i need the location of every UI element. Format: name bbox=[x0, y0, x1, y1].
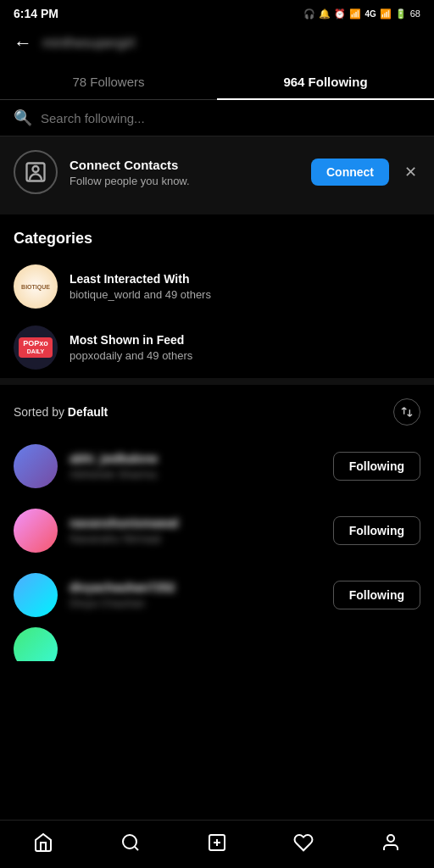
following-button[interactable]: Following bbox=[333, 516, 420, 545]
notification-icon: 🔔 bbox=[319, 8, 331, 19]
search-bar: 🔍 bbox=[0, 100, 434, 136]
cat-least-sub: biotique_world and 49 others bbox=[70, 288, 211, 301]
sorted-by-row: Sorted by Default bbox=[0, 385, 434, 434]
divider-2 bbox=[0, 378, 434, 385]
nav-search[interactable] bbox=[110, 829, 151, 856]
bottom-nav bbox=[0, 820, 434, 868]
list-item-partial bbox=[0, 627, 434, 661]
user-handle: navanshunismawal bbox=[70, 516, 321, 530]
user-name: Divya Chauhan bbox=[70, 597, 321, 609]
user-info: navanshunismawal Navanahu Nirmaal bbox=[70, 516, 321, 545]
avatar bbox=[14, 509, 58, 553]
list-item: divyachauhan7252 Divya Chauhan Following bbox=[0, 563, 434, 627]
user-list: abhi_jwdkalone Abhishek Sharma Following… bbox=[0, 434, 434, 661]
header: ← minthesupergirl bbox=[0, 25, 434, 64]
biotique-avatar: BIOTIQUE bbox=[14, 264, 58, 309]
connect-contacts-card: Connect Contacts Follow people you know.… bbox=[0, 136, 434, 208]
battery-icon: 🔋 bbox=[395, 8, 407, 19]
tab-followers[interactable]: 78 Followers bbox=[0, 64, 217, 99]
connect-title: Connect Contacts bbox=[70, 158, 299, 172]
sorted-text: Sorted by Default bbox=[14, 405, 108, 419]
list-item: navanshunismawal Navanahu Nirmaal Follow… bbox=[0, 498, 434, 563]
tabs-container: 78 Followers 964 Following bbox=[0, 64, 434, 100]
status-time: 6:14 PM bbox=[14, 7, 58, 20]
following-button[interactable]: Following bbox=[333, 581, 420, 609]
category-most-shown[interactable]: POPxo DAILY Most Shown in Feed popxodail… bbox=[0, 317, 434, 378]
nav-home[interactable] bbox=[23, 829, 64, 856]
sort-icon-button[interactable] bbox=[393, 398, 420, 426]
network-icon: 4G bbox=[364, 9, 376, 19]
signal2-icon: 📶 bbox=[380, 8, 392, 19]
user-info: divyachauhan7252 Divya Chauhan bbox=[70, 581, 321, 609]
search-icon: 🔍 bbox=[14, 108, 32, 127]
nav-profile[interactable] bbox=[370, 829, 411, 856]
divider-1 bbox=[0, 208, 434, 214]
list-item: abhi_jwdkalone Abhishek Sharma Following bbox=[0, 434, 434, 498]
category-least-info: Least Interacted With biotique_world and… bbox=[70, 272, 211, 301]
category-most-info: Most Shown in Feed popxodaily and 49 oth… bbox=[70, 333, 192, 362]
close-connect-button[interactable]: ✕ bbox=[401, 159, 420, 185]
nav-create[interactable] bbox=[197, 829, 237, 856]
status-bar: 6:14 PM 🎧 🔔 ⏰ 📶 4G 📶 🔋 68 bbox=[0, 0, 434, 25]
signal-icon: 📶 bbox=[349, 8, 361, 19]
user-handle: divyachauhan7252 bbox=[70, 581, 321, 594]
svg-point-7 bbox=[387, 835, 394, 842]
battery-level: 68 bbox=[410, 8, 420, 19]
svg-point-2 bbox=[123, 835, 136, 849]
connect-button[interactable]: Connect bbox=[311, 159, 389, 186]
cat-most-sub: popxodaily and 49 others bbox=[70, 349, 192, 362]
alarm-icon: ⏰ bbox=[334, 8, 346, 19]
connect-subtitle: Follow people you know. bbox=[70, 175, 299, 187]
contact-icon bbox=[14, 150, 58, 194]
nav-activity[interactable] bbox=[283, 829, 324, 856]
popxo-avatar: POPxo DAILY bbox=[14, 326, 58, 370]
connect-info: Connect Contacts Follow people you know. bbox=[70, 158, 299, 187]
user-handle: abhi_jwdkalone bbox=[70, 452, 321, 465]
svg-line-3 bbox=[134, 847, 137, 850]
search-input[interactable] bbox=[41, 111, 420, 125]
status-icons: 🎧 🔔 ⏰ 📶 4G 📶 🔋 68 bbox=[303, 8, 420, 19]
tab-following[interactable]: 964 Following bbox=[217, 64, 434, 99]
category-least-interacted[interactable]: BIOTIQUE Least Interacted With biotique_… bbox=[0, 256, 434, 317]
bottom-spacer bbox=[0, 661, 434, 721]
cat-most-name: Most Shown in Feed bbox=[70, 333, 192, 347]
user-name: Navanahu Nirmaal bbox=[70, 532, 321, 545]
back-button[interactable]: ← bbox=[14, 32, 32, 54]
headphones-icon: 🎧 bbox=[303, 8, 315, 19]
avatar bbox=[14, 444, 58, 488]
svg-point-1 bbox=[33, 166, 39, 172]
username-label: minthesupergirl bbox=[42, 36, 135, 51]
cat-least-name: Least Interacted With bbox=[70, 272, 211, 286]
following-button[interactable]: Following bbox=[333, 452, 420, 481]
avatar-partial bbox=[14, 627, 58, 661]
categories-title: Categories bbox=[0, 214, 434, 256]
categories-section: Categories BIOTIQUE Least Interacted Wit… bbox=[0, 214, 434, 378]
user-name: Abhishek Sharma bbox=[70, 468, 321, 481]
avatar bbox=[14, 573, 58, 617]
user-info: abhi_jwdkalone Abhishek Sharma bbox=[70, 452, 321, 481]
